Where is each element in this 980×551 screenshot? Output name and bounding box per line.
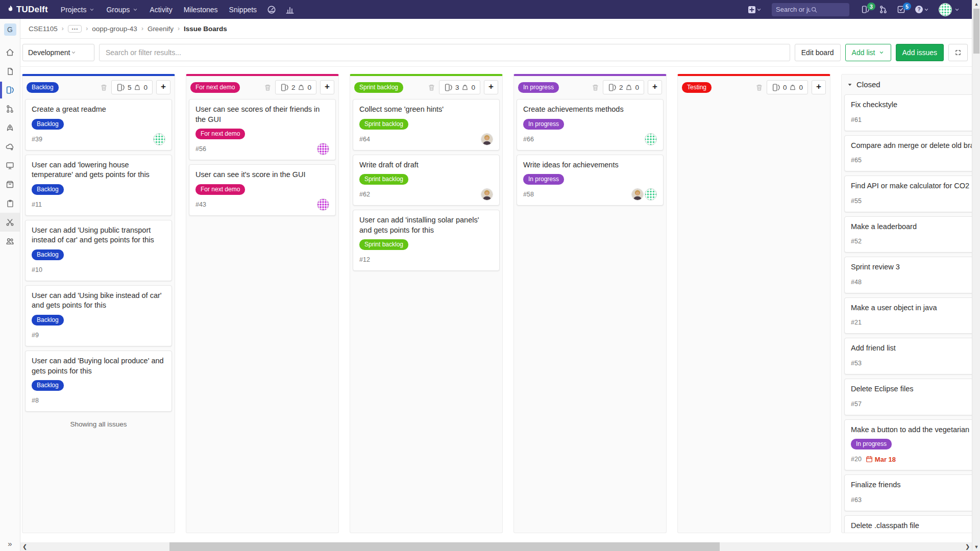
nav-item-activity[interactable]: Activity [144,0,178,19]
nav-item-milestones[interactable]: Milestones [178,0,224,19]
breadcrumb-link[interactable]: oopp-group-43 [92,25,137,33]
issue-label-pill[interactable]: For next demo [195,129,245,139]
issue-card[interactable]: Compare adn merge or delete old branches… [844,135,980,172]
issue-label-pill[interactable]: Backlog [32,380,64,391]
assignee-avatar[interactable] [481,188,493,201]
horizontal-scroll-thumb[interactable] [169,542,720,551]
issue-card-title[interactable]: Fix checkstyle [851,100,980,110]
issue-card-title[interactable]: Write draft of draft [359,160,493,170]
assignee-avatar[interactable] [645,133,657,145]
issue-label-pill[interactable]: Backlog [32,249,64,260]
assignee-avatar[interactable] [481,133,493,145]
issue-label-pill[interactable]: In progress [851,439,892,449]
issue-card[interactable]: User can add 'Using public transport ins… [25,220,172,281]
issue-card-title[interactable]: Make a button to add the vegetarian [851,425,980,435]
tudelft-logo[interactable]: TUDelft [7,5,48,15]
issue-card-title[interactable]: Make a leaderboard [851,222,980,232]
issue-label-pill[interactable]: Sprint backlog [359,119,408,130]
breadcrumb-link[interactable]: Greenify [148,25,174,33]
issue-card[interactable]: Finalize friends#63 [844,474,980,511]
issue-card[interactable]: Collect some 'green hints'Sprint backlog… [353,99,500,151]
issue-card-title[interactable]: Add friend list [851,343,980,354]
issue-card-title[interactable]: Finalize friends [851,480,980,490]
charts-icon[interactable] [281,0,299,19]
delete-list-icon[interactable] [100,84,108,91]
issue-card-title[interactable]: User can add 'Using public transport ins… [32,226,165,245]
issue-card-title[interactable]: User can see scores of their friends in … [195,105,329,124]
nav-item-projects[interactable]: Projects [55,0,101,19]
issue-label-pill[interactable]: Sprint backlog [359,239,408,250]
issue-card[interactable]: Make a leaderboard#52 [844,216,980,253]
issue-card-title[interactable]: Make a user object in java [851,303,980,313]
scroll-left-arrow[interactable]: ❮ [20,542,29,551]
add-issue-to-list-button[interactable]: + [812,80,826,94]
edit-board-button[interactable]: Edit board [795,44,841,61]
issue-card-title[interactable]: User can add 'installing solar panels' a… [359,215,493,235]
vertical-scrollbar[interactable]: ▲ ▼ [972,0,980,551]
assignee-avatar[interactable] [317,198,329,211]
sidebar-item-snippets[interactable] [0,213,20,232]
sidebar-item-ci-cd[interactable] [0,118,20,137]
scroll-down-arrow[interactable]: ▼ [972,543,980,551]
issue-card[interactable]: Create a great readmeBacklog#39 [25,99,172,151]
vertical-scroll-thumb[interactable] [973,9,979,54]
project-avatar[interactable]: G [4,23,16,36]
todos-shortcut-button[interactable]: 5 [892,0,910,19]
nav-item-groups[interactable]: Groups [101,0,144,19]
issue-card[interactable]: Delete Eclipse files#57 [844,379,980,415]
delete-list-icon[interactable] [428,84,435,91]
issue-card[interactable]: Delete .classpath file#54 [844,515,980,533]
issue-card-title[interactable]: Collect some 'green hints' [359,105,493,115]
sidebar-expand-button[interactable]: » [0,539,20,548]
assignee-avatar[interactable] [631,188,644,201]
assignee-avatar[interactable] [317,143,329,155]
sidebar-item-merge-requests[interactable] [0,99,20,118]
assignee-avatar[interactable] [645,188,657,201]
sidebar-item-members[interactable] [0,232,20,251]
horizontal-scrollbar[interactable]: ❮ ❯ [20,542,972,551]
new-menu-button[interactable] [743,0,767,19]
issue-card-title[interactable]: Find API or make calculator for CO2 [851,181,980,191]
issues-shortcut-button[interactable]: 3 [856,0,874,19]
issue-label-pill[interactable]: For next demo [195,184,245,195]
issue-card-title[interactable]: User can add 'Using bike instead of car'… [32,291,165,311]
issue-card[interactable]: User can add 'lowering house temperature… [25,155,172,216]
global-search-input[interactable]: Search or jump to... [772,3,849,16]
issue-filter-input[interactable]: Search or filter results... [99,44,790,61]
collapse-caret-icon[interactable] [847,82,853,88]
dashboard-gauge-icon[interactable] [262,0,281,19]
sidebar-item-analytics[interactable] [0,194,20,213]
add-list-button[interactable]: Add list [845,44,891,61]
issue-card-title[interactable]: Create a great readme [32,105,165,115]
issue-card[interactable]: User can see it's score in the GUIFor ne… [189,164,336,216]
issue-card-title[interactable]: Compare adn merge or delete old branches [851,141,980,151]
issue-card[interactable]: Find API or make calculator for CO2#55 [844,176,980,212]
scroll-right-arrow[interactable]: ❯ [963,542,972,551]
issue-card-title[interactable]: Create achievements methods [523,105,657,115]
issue-label-pill[interactable]: Sprint backlog [359,174,408,185]
nav-item-snippets[interactable]: Snippets [224,0,262,19]
issue-card[interactable]: Write ideas for achievementsIn progress#… [517,155,664,206]
issue-label-pill[interactable]: In progress [523,119,564,130]
add-issue-to-list-button[interactable]: + [156,80,170,94]
add-issue-to-list-button[interactable]: + [648,80,662,94]
issue-card-title[interactable]: Delete Eclipse files [851,384,980,394]
board-select-dropdown[interactable]: Development [22,44,94,61]
issue-card-title[interactable]: Sprint review 3 [851,262,980,272]
breadcrumb-ellipsis-button[interactable]: … [68,25,82,33]
issue-card-title[interactable]: User can see it's score in the GUI [195,170,329,180]
delete-list-icon[interactable] [755,84,763,91]
issue-label-pill[interactable]: Backlog [32,184,64,195]
sidebar-item-operations[interactable] [0,137,20,156]
issue-card[interactable]: User can add 'installing solar panels' a… [353,210,500,271]
delete-list-icon[interactable] [264,84,272,91]
issue-card[interactable]: Write draft of draftSprint backlog#62 [353,155,500,206]
issue-label-pill[interactable]: In progress [523,174,564,185]
scroll-up-arrow[interactable]: ▲ [972,0,980,8]
help-menu-button[interactable]: ? [910,0,934,19]
sidebar-item-environments[interactable] [0,156,20,175]
issue-card-title[interactable]: User can add 'lowering house temperature… [32,160,165,180]
add-issues-button[interactable]: Add issues [896,44,944,61]
merge-requests-shortcut-button[interactable] [874,0,892,19]
add-issue-to-list-button[interactable]: + [484,80,498,94]
